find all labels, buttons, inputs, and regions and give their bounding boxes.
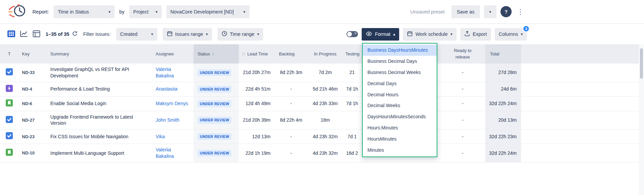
issue-key[interactable]: ND-6 bbox=[19, 97, 50, 111]
issue-key[interactable]: ND-27 bbox=[19, 111, 50, 129]
issue-key[interactable]: ND-10 bbox=[19, 144, 50, 162]
assignee-link[interactable]: John Smith bbox=[154, 111, 194, 129]
grid-view-button[interactable] bbox=[7, 30, 15, 38]
save-as-dropdown-button[interactable]: ▾ bbox=[484, 5, 496, 18]
issue-summary[interactable]: Implement Multi-Language Support bbox=[50, 144, 154, 162]
more-options-button[interactable]: ⋮ bbox=[516, 8, 525, 16]
type-cell bbox=[0, 111, 19, 129]
col-header-total[interactable]: Total bbox=[485, 44, 521, 64]
assignee-link[interactable]: Valeriia Bakalina bbox=[154, 144, 194, 162]
lead-time-value: 22d 4h 51m bbox=[239, 82, 275, 96]
time-range-button[interactable]: Time range ▾ bbox=[217, 28, 263, 41]
project-select[interactable]: NovaCore Development [ND] ▾ bbox=[166, 5, 250, 18]
view-toggle[interactable]: ✕ bbox=[346, 31, 358, 37]
format-menu-item[interactable]: Business Decimal Days bbox=[363, 56, 437, 67]
issue-count-label: 1–35 of 35 bbox=[46, 31, 69, 37]
format-menu-item[interactable]: Minutes bbox=[363, 144, 437, 155]
chart-view-button[interactable] bbox=[20, 30, 28, 38]
table-body: ND-33Investigate GraphQL vs REST for API… bbox=[0, 64, 644, 163]
ready-to-release-value: - bbox=[446, 111, 480, 129]
lead-time-value: 21d 20h 39m bbox=[239, 111, 275, 129]
columns-label: Columns bbox=[499, 31, 518, 37]
export-button[interactable]: Export bbox=[460, 28, 491, 41]
format-menu-item[interactable]: Hours:Minutes bbox=[363, 122, 437, 133]
columns-button[interactable]: Columns ▾ 3 bbox=[495, 28, 527, 41]
report-type-select[interactable]: Time in Status ▾ bbox=[54, 5, 114, 18]
format-menu-item[interactable]: Business DaysHoursMinutes bbox=[363, 45, 437, 56]
issue-key[interactable]: ND-4 bbox=[19, 82, 50, 96]
issue-summary[interactable]: Enable Social Media Login bbox=[50, 97, 154, 111]
backlog-value: - bbox=[275, 97, 308, 111]
toolbar-actions: ✕ Format ▴ Work bbox=[346, 28, 527, 41]
pivot-table-icon bbox=[33, 30, 40, 38]
vertical-scrollbar-thumb[interactable] bbox=[640, 48, 643, 79]
sort-ascending-icon: ↑ bbox=[212, 51, 214, 57]
ready-to-release-value: - bbox=[446, 129, 480, 144]
chevron-down-icon: ▾ bbox=[257, 32, 259, 36]
col-header-status[interactable]: Status ↑ bbox=[194, 44, 239, 64]
filler-cell bbox=[521, 129, 644, 144]
format-menu-item[interactable]: Decimal Days bbox=[363, 78, 437, 89]
col-header-in-progress[interactable]: In Progress bbox=[308, 44, 343, 64]
help-button[interactable]: ? bbox=[500, 6, 512, 17]
status-cell: UNDER REVIEW bbox=[194, 64, 239, 82]
issue-key[interactable]: ND-23 bbox=[19, 129, 50, 144]
pivot-view-button[interactable] bbox=[33, 30, 40, 38]
assignee-link[interactable]: Maksym Denys bbox=[154, 97, 194, 111]
type-cell bbox=[0, 97, 19, 111]
table-row: ND-23Fix CSS Issues for Mobile Navigatio… bbox=[0, 129, 644, 144]
in-progress-value: 5d 21h 46m bbox=[308, 82, 343, 96]
col-header-ready-to-release[interactable]: Ready to release bbox=[446, 44, 480, 64]
vertical-scrollbar-track[interactable] bbox=[639, 44, 644, 195]
status-badge: UNDER REVIEW bbox=[198, 150, 231, 156]
backlog-value: - bbox=[275, 82, 308, 96]
chevron-down-icon: ▾ bbox=[151, 32, 153, 36]
assignee-link[interactable]: Valeriia Bakalina bbox=[154, 64, 194, 82]
col-header-assignee[interactable]: Assignee bbox=[154, 44, 194, 64]
grouping-select[interactable]: Project ▾ bbox=[129, 5, 162, 18]
format-menu-item[interactable]: Decimal Weeks bbox=[363, 100, 437, 111]
col-header-type[interactable]: T bbox=[0, 44, 19, 64]
issue-summary[interactable]: Upgrade Frontend Framework to Latest Ver… bbox=[50, 111, 154, 129]
table-row: ND-4Performance & Load TestingAnastasiia… bbox=[0, 82, 644, 97]
status-badge: UNDER REVIEW bbox=[198, 133, 231, 140]
assignee-link[interactable]: Vika bbox=[154, 129, 194, 144]
assignee-link[interactable]: Anastasiia bbox=[154, 82, 194, 96]
chart-icon bbox=[20, 30, 28, 38]
col-header-testing[interactable]: Testing bbox=[343, 44, 362, 64]
ready-to-release-value: - bbox=[446, 144, 480, 162]
format-menu-item[interactable]: DaysHoursMinutesSeconds bbox=[363, 111, 437, 122]
topbar: Report: Time in Status ▾ by Project ▾ No… bbox=[0, 0, 644, 24]
refresh-button[interactable] bbox=[72, 31, 78, 38]
report-label: Report: bbox=[32, 9, 49, 15]
col-header-lead-time[interactable]: ∷ Lead Time bbox=[239, 44, 275, 64]
table-row: ND-6Enable Social Media LoginMaksym Deny… bbox=[0, 97, 644, 111]
work-schedule-label: Work schedule bbox=[415, 31, 448, 37]
format-button[interactable]: Format ▴ bbox=[362, 28, 399, 41]
work-schedule-button[interactable]: Work schedule ▾ bbox=[403, 28, 457, 41]
col-header-summary[interactable]: Summary bbox=[50, 44, 154, 64]
filter-field-select[interactable]: Created ▾ bbox=[116, 28, 157, 41]
col-header-backlog[interactable]: Backlog bbox=[275, 44, 308, 64]
toggle-knob bbox=[347, 32, 352, 36]
type-cell bbox=[0, 64, 19, 82]
issue-summary[interactable]: Performance & Load Testing bbox=[50, 82, 154, 96]
format-menu-item[interactable]: HoursMinutes bbox=[363, 133, 437, 144]
issues-range-button[interactable]: Issues range ▾ bbox=[163, 28, 212, 41]
total-value: 32d 22h 24m bbox=[485, 144, 521, 162]
status-cell: UNDER REVIEW bbox=[194, 97, 239, 111]
col-header-key[interactable]: Key bbox=[19, 44, 50, 64]
format-menu-item[interactable]: Decimal Hours bbox=[363, 89, 437, 100]
issue-key[interactable]: ND-33 bbox=[19, 64, 50, 82]
story-icon bbox=[6, 99, 13, 108]
issue-summary[interactable]: Fix CSS Issues for Mobile Navigation bbox=[50, 129, 154, 144]
backlog-value: - bbox=[275, 129, 308, 144]
task-icon bbox=[6, 132, 13, 141]
status-badge: UNDER REVIEW bbox=[198, 100, 231, 107]
issue-summary[interactable]: Investigate GraphQL vs REST for API Deve… bbox=[50, 64, 154, 82]
time-range-label: Time range bbox=[230, 31, 255, 37]
backlog-value: - bbox=[275, 144, 308, 162]
save-as-button[interactable]: Save as bbox=[452, 5, 480, 18]
story-icon bbox=[6, 149, 13, 157]
format-menu-item[interactable]: Business Decimal Weeks bbox=[363, 67, 437, 78]
